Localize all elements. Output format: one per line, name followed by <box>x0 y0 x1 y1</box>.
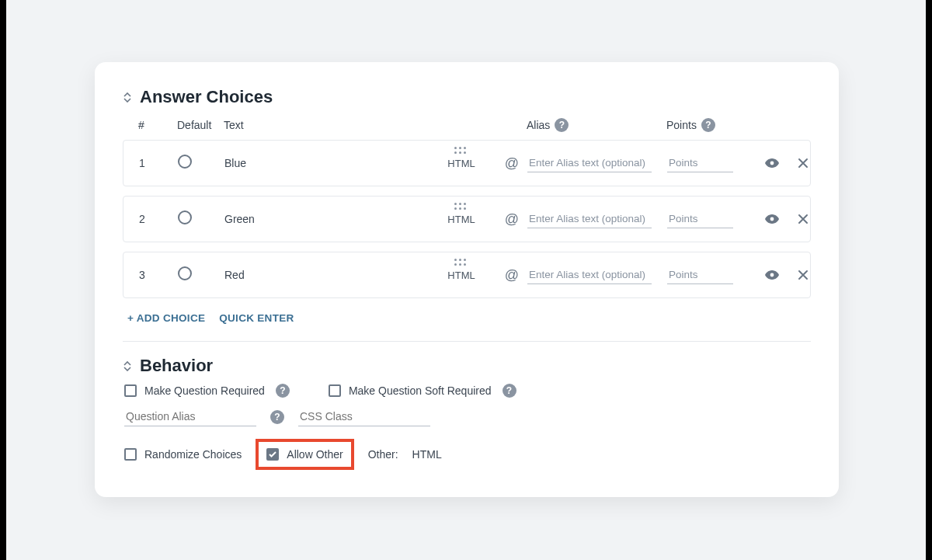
points-input[interactable] <box>667 210 733 228</box>
default-radio[interactable] <box>178 155 224 172</box>
choice-row: 2 Green HTML @ <box>123 196 811 242</box>
help-icon[interactable]: ? <box>503 384 516 398</box>
other-field-label: Other: <box>368 448 398 461</box>
question-alias-input[interactable] <box>124 407 256 426</box>
html-toggle[interactable]: HTML <box>447 270 475 281</box>
html-toggle[interactable]: HTML <box>447 158 475 169</box>
at-icon[interactable]: @ <box>496 211 527 228</box>
visibility-icon[interactable] <box>753 270 791 280</box>
visibility-icon[interactable] <box>753 158 791 169</box>
quick-enter-button[interactable]: QUICK ENTER <box>219 312 294 324</box>
alias-input[interactable] <box>527 266 652 284</box>
make-required-label: Make Question Required <box>144 384 265 397</box>
viewport-edge-left <box>0 0 6 560</box>
help-icon[interactable]: ? <box>276 384 290 398</box>
at-icon[interactable]: @ <box>496 155 527 172</box>
allow-other-label: Allow Other <box>287 448 343 461</box>
section-divider <box>123 341 811 342</box>
answer-choices-title: Answer Choices <box>140 87 273 107</box>
collapse-icon[interactable] <box>123 91 132 103</box>
collapse-icon[interactable] <box>123 360 132 372</box>
help-icon[interactable]: ? <box>270 410 284 424</box>
svg-point-0 <box>770 162 774 165</box>
choice-row: 1 Blue HTML @ <box>123 140 811 186</box>
help-icon[interactable]: ? <box>555 118 569 132</box>
default-radio[interactable] <box>178 266 224 283</box>
header-default: Default <box>177 119 224 131</box>
viewport-edge-right <box>926 0 932 560</box>
choice-actions: + ADD CHOICE QUICK ENTER <box>123 308 811 324</box>
drag-handle-icon[interactable] <box>454 259 468 266</box>
choices-header-row: # Default Text Alias ? Points ? <box>123 115 811 140</box>
choices-table: # Default Text Alias ? Points ? 1 Blue H… <box>123 115 811 324</box>
choice-text[interactable]: Red <box>224 269 426 281</box>
points-input[interactable] <box>667 154 733 172</box>
header-num: # <box>138 119 177 131</box>
delete-icon[interactable] <box>791 214 815 224</box>
choice-row: 3 Red HTML @ <box>123 252 811 298</box>
alias-input[interactable] <box>527 210 652 228</box>
drag-handle-icon[interactable] <box>454 147 468 155</box>
svg-point-1 <box>770 217 774 221</box>
behavior-header: Behavior <box>123 356 811 376</box>
randomize-choices-label: Randomize Choices <box>144 448 242 461</box>
delete-icon[interactable] <box>791 270 815 280</box>
make-soft-required-checkbox[interactable]: Make Question Soft Required <box>329 384 492 397</box>
default-radio[interactable] <box>178 210 224 228</box>
drag-handle-icon[interactable] <box>454 203 468 210</box>
settings-card: Answer Choices # Default Text Alias ? Po… <box>95 62 839 497</box>
html-toggle[interactable]: HTML <box>447 214 475 225</box>
behavior-body: Make Question Required ? Make Question S… <box>123 384 811 470</box>
points-input[interactable] <box>667 266 733 284</box>
add-choice-button[interactable]: + ADD CHOICE <box>127 312 205 324</box>
randomize-choices-checkbox[interactable]: Randomize Choices <box>124 448 242 461</box>
alias-input[interactable] <box>527 154 652 172</box>
behavior-title: Behavior <box>140 356 213 376</box>
make-required-checkbox[interactable]: Make Question Required <box>124 384 265 397</box>
other-html-toggle[interactable]: HTML <box>412 448 442 461</box>
header-alias: Alias <box>527 119 550 131</box>
choice-number: 3 <box>139 269 178 281</box>
choice-text[interactable]: Green <box>224 213 426 225</box>
css-class-input[interactable] <box>298 407 430 426</box>
visibility-icon[interactable] <box>753 214 791 224</box>
header-points: Points <box>666 119 697 131</box>
choice-number: 1 <box>139 157 178 169</box>
make-soft-required-label: Make Question Soft Required <box>349 384 492 397</box>
allow-other-checkbox[interactable]: Allow Other <box>266 448 343 461</box>
choice-text[interactable]: Blue <box>224 157 426 169</box>
choice-number: 2 <box>139 213 178 225</box>
answer-choices-header: Answer Choices <box>123 87 811 107</box>
delete-icon[interactable] <box>791 158 815 169</box>
help-icon[interactable]: ? <box>701 118 715 132</box>
header-text: Text <box>224 119 426 131</box>
at-icon[interactable]: @ <box>496 267 527 283</box>
allow-other-highlight: Allow Other <box>256 439 353 470</box>
svg-point-2 <box>770 273 774 277</box>
